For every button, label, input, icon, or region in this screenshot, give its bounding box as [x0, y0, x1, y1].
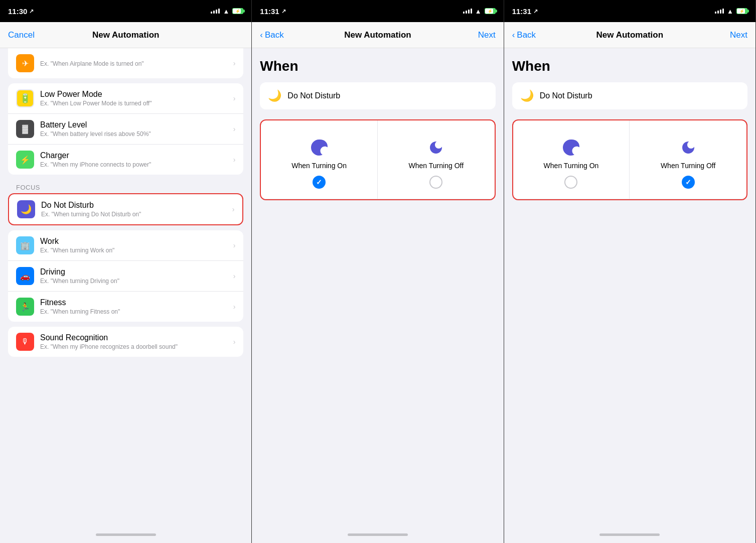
when-title-3: When — [512, 58, 747, 74]
when-content-2: When 🌙 Do Not Disturb When Turning On ✓ — [252, 48, 503, 210]
low-power-title: Low Power Mode — [40, 90, 229, 99]
sound-icon: 🎙 — [16, 333, 34, 351]
option-turning-off-2[interactable]: When Turning Off — [378, 120, 495, 199]
panel-2: 11:31 ↗ ▲ ⚡ ‹ Back New Automation Next — [252, 0, 504, 543]
charger-item[interactable]: ⚡ Charger Ex. "When my iPhone connects t… — [8, 145, 243, 175]
fitness-subtitle: Ex. "When turning Fitness on" — [40, 308, 229, 315]
nav-bar-2: ‹ Back New Automation Next — [252, 22, 503, 48]
low-power-chevron: › — [233, 94, 236, 102]
cancel-button[interactable]: Cancel — [8, 30, 38, 40]
battery-level-subtitle: Ex. "When battery level rises above 50%" — [40, 130, 229, 138]
option-turning-off-3[interactable]: When Turning Off ✓ — [630, 120, 746, 199]
airplane-partial-item[interactable]: ✈ Ex. "When Airplane Mode is turned on" … — [8, 48, 243, 78]
work-item[interactable]: 🏢 Work Ex. "When turning Work on" › — [8, 230, 243, 261]
radio-on-3[interactable] — [564, 176, 577, 189]
battery-level-text: Battery Level Ex. "When battery level ri… — [40, 120, 229, 138]
driving-item[interactable]: 🚗 Driving Ex. "When turning Driving on" … — [8, 261, 243, 292]
charger-text: Charger Ex. "When my iPhone connects to … — [40, 151, 229, 168]
wifi-icon: ▲ — [223, 8, 229, 15]
driving-text: Driving Ex. "When turning Driving on" — [40, 267, 229, 285]
option-off-label-3: When Turning Off — [661, 162, 715, 170]
work-chevron: › — [233, 241, 236, 249]
status-time-2: 11:31 ↗ — [260, 7, 285, 16]
driving-icon: 🚗 — [16, 267, 34, 285]
work-title: Work — [40, 237, 229, 246]
location-icon: ↗ — [29, 8, 34, 15]
status-bar-2: 11:31 ↗ ▲ ⚡ — [252, 0, 503, 22]
radio-off-3[interactable]: ✓ — [682, 176, 695, 189]
battery-tip-2 — [496, 10, 497, 13]
bar4 — [218, 9, 220, 14]
charger-chevron: › — [233, 156, 236, 164]
panel1-content: ✈ Ex. "When Airplane Mode is turned on" … — [0, 48, 251, 526]
status-time-1: 11:30 ↗ — [8, 7, 34, 16]
status-bar-1: 11:30 ↗ ▲ ⚡ — [0, 0, 251, 22]
back-button-3[interactable]: ‹ Back — [512, 30, 542, 40]
battery-icon-2: ⚡ — [485, 8, 496, 14]
driving-subtitle: Ex. "When turning Driving on" — [40, 278, 229, 285]
option-on-label-2: When Turning On — [291, 162, 347, 170]
status-bar-3: 11:31 ↗ ▲ ⚡ — [504, 0, 755, 22]
status-icons-1: ▲ ⚡ — [211, 8, 243, 15]
fitness-item[interactable]: 🏃 Fitness Ex. "When turning Fitness on" … — [8, 292, 243, 322]
airplane-subtitle: Ex. "When Airplane Mode is turned on" — [40, 60, 229, 67]
panel-1: 11:30 ↗ ▲ ⚡ Cancel New Automation — [0, 0, 252, 543]
do-not-disturb-highlighted[interactable]: 🌙 Do Not Disturb Ex. "When turning Do No… — [8, 193, 243, 225]
status-icons-3: ▲ ⚡ — [715, 8, 747, 15]
option-turning-on-2[interactable]: When Turning On ✓ — [261, 120, 378, 199]
low-power-subtitle: Ex. "When Low Power Mode is turned off" — [40, 100, 229, 107]
sound-chevron: › — [233, 338, 236, 346]
lightning-icon-3: ⚡ — [739, 9, 744, 14]
battery-tip — [243, 10, 245, 13]
dnd-title: Do Not Disturb — [41, 201, 228, 210]
nav-bar-3: ‹ Back New Automation Next — [504, 22, 755, 48]
low-power-item[interactable]: 🔋 Low Power Mode Ex. "When Low Power Mod… — [8, 83, 243, 114]
dnd-subtitle: Ex. "When turning Do Not Disturb on" — [41, 211, 228, 218]
driving-title: Driving — [40, 267, 229, 277]
location-icon-2: ↗ — [281, 8, 286, 15]
options-grid-2: When Turning On ✓ When Turning Off — [260, 119, 495, 200]
low-power-icon: 🔋 — [16, 89, 34, 107]
sound-title: Sound Recognition — [40, 333, 229, 342]
work-text: Work Ex. "When turning Work on" — [40, 237, 229, 254]
back-button-2[interactable]: ‹ Back — [260, 30, 290, 40]
option-off-label-2: When Turning Off — [409, 162, 464, 170]
option-turning-on-3[interactable]: When Turning On — [513, 120, 630, 199]
bar2 — [213, 11, 215, 14]
dnd-chevron: › — [232, 205, 235, 213]
do-not-disturb-item[interactable]: 🌙 Do Not Disturb Ex. "When turning Do No… — [9, 194, 242, 224]
wifi-icon-2: ▲ — [475, 8, 482, 15]
nav-title-3: New Automation — [596, 30, 663, 40]
moon-off-icon-2 — [423, 135, 449, 162]
dnd-selected-icon-3: 🌙 — [520, 89, 534, 102]
home-indicator-2 — [252, 526, 503, 543]
bar1-3 — [715, 12, 716, 14]
next-button-3[interactable]: Next — [717, 30, 747, 40]
focus-list-section: 🏢 Work Ex. "When turning Work on" › 🚗 Dr… — [8, 230, 243, 322]
battery-level-title: Battery Level — [40, 120, 229, 129]
sound-recognition-item[interactable]: 🎙 Sound Recognition Ex. "When my iPhone … — [8, 327, 243, 357]
panel-3: 11:31 ↗ ▲ ⚡ ‹ Back New Automation Next — [504, 0, 756, 543]
nav-title-2: New Automation — [344, 30, 411, 40]
battery-level-item[interactable]: ▓ Battery Level Ex. "When battery level … — [8, 114, 243, 145]
fitness-icon: 🏃 — [16, 298, 34, 316]
radio-on-2[interactable]: ✓ — [313, 176, 326, 189]
dnd-selected-icon-2: 🌙 — [268, 89, 281, 102]
bar3 — [216, 10, 217, 14]
when-selected-2: 🌙 Do Not Disturb — [260, 82, 495, 109]
battery-level-chevron: › — [233, 125, 236, 133]
focus-section-header: FOCUS — [0, 180, 251, 193]
next-button-2[interactable]: Next — [466, 30, 496, 40]
battery-icon-3: ⚡ — [736, 8, 747, 14]
home-indicator-1 — [0, 526, 251, 543]
radio-off-2[interactable] — [429, 176, 442, 189]
do-not-disturb-icon: 🌙 — [17, 200, 35, 218]
signal-bars — [211, 9, 220, 14]
status-time-3: 11:31 ↗ — [512, 7, 538, 16]
work-icon: 🏢 — [16, 236, 34, 254]
lightning-icon-2: ⚡ — [488, 9, 493, 14]
sound-list-section: 🎙 Sound Recognition Ex. "When my iPhone … — [8, 327, 243, 357]
bar1 — [211, 12, 212, 14]
panel3-content: When 🌙 Do Not Disturb When Turning On — [504, 48, 755, 526]
lightning-icon: ⚡ — [235, 9, 240, 14]
